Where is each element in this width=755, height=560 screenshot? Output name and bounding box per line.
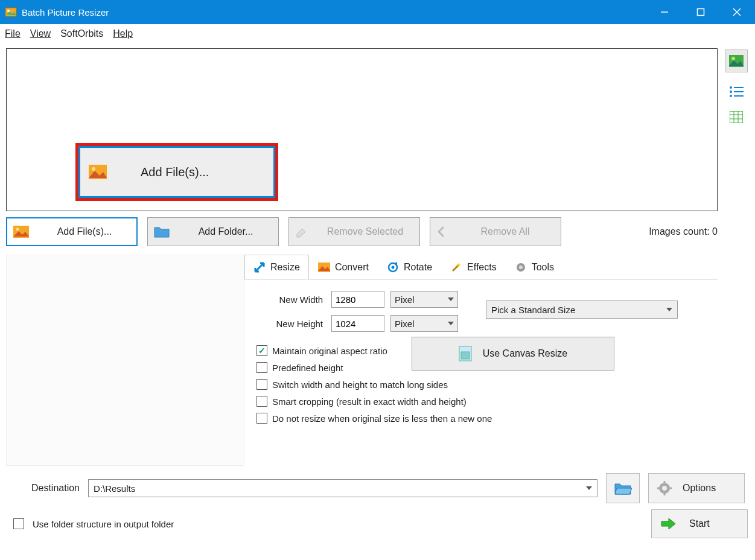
chevron-left-icon bbox=[436, 226, 446, 238]
picture-icon bbox=[318, 261, 330, 273]
folder-icon bbox=[154, 226, 170, 238]
menubar: File View SoftOrbits Help bbox=[0, 24, 755, 43]
rotate-icon bbox=[387, 261, 399, 273]
folder-structure-checkbox[interactable] bbox=[13, 518, 24, 529]
remove-selected-button[interactable]: Remove Selected bbox=[288, 217, 420, 246]
predef-height-checkbox[interactable] bbox=[256, 362, 267, 373]
new-width-label: New Width bbox=[255, 294, 323, 305]
menu-help[interactable]: Help bbox=[113, 28, 133, 39]
svg-point-9 bbox=[16, 228, 19, 231]
left-empty-pane bbox=[6, 255, 244, 466]
tab-resize-label: Resize bbox=[270, 262, 300, 273]
svg-point-21 bbox=[730, 91, 732, 93]
gear-icon bbox=[657, 481, 672, 495]
tab-resize[interactable]: Resize bbox=[244, 255, 309, 279]
tab-effects-label: Effects bbox=[467, 262, 497, 273]
svg-rect-25 bbox=[730, 111, 743, 123]
picture-icon bbox=[13, 226, 29, 238]
svg-point-7 bbox=[92, 167, 95, 171]
canvas-resize-button[interactable]: Use Canvas Resize bbox=[412, 337, 614, 371]
eraser-icon bbox=[295, 226, 307, 238]
switch-wh-label: Switch width and height to match long si… bbox=[272, 380, 448, 390]
tab-tools[interactable]: Tools bbox=[506, 255, 563, 279]
svg-point-18 bbox=[731, 57, 735, 60]
arrow-right-icon bbox=[660, 518, 676, 530]
toolbar: Add File(s)... Add Folder... Remove Sele… bbox=[6, 217, 718, 246]
svg-rect-20 bbox=[734, 87, 744, 88]
titlebar: Batch Picture Resizer bbox=[0, 0, 755, 24]
window-controls bbox=[646, 0, 755, 24]
no-resize-label: Do not resize when original size is less… bbox=[272, 413, 492, 424]
folder-structure-label: Use folder structure in output folder bbox=[33, 519, 174, 529]
app-title: Batch Picture Resizer bbox=[22, 7, 646, 18]
add-file-big-label: Add File(s)... bbox=[141, 165, 209, 179]
start-button[interactable]: Start bbox=[651, 509, 748, 538]
view-mode-column bbox=[725, 48, 748, 466]
close-button[interactable] bbox=[719, 0, 755, 24]
tab-convert-label: Convert bbox=[335, 262, 369, 273]
menu-file[interactable]: File bbox=[5, 28, 21, 39]
destination-label: Destination bbox=[7, 483, 80, 494]
smart-crop-label: Smart cropping (result in exact width an… bbox=[272, 396, 467, 407]
chevron-down-icon bbox=[448, 322, 454, 325]
minimize-button[interactable] bbox=[646, 0, 683, 24]
add-folder-button[interactable]: Add Folder... bbox=[147, 217, 279, 246]
folder-open-icon bbox=[614, 481, 632, 495]
remove-all-button[interactable]: Remove All bbox=[430, 217, 561, 246]
gear-icon bbox=[515, 261, 527, 273]
maximize-button[interactable] bbox=[683, 0, 719, 24]
new-width-input[interactable] bbox=[331, 291, 384, 308]
browse-folder-button[interactable] bbox=[606, 473, 640, 503]
svg-rect-16 bbox=[461, 352, 470, 359]
tab-tools-label: Tools bbox=[532, 262, 554, 273]
picture-icon bbox=[729, 55, 744, 67]
start-label: Start bbox=[689, 518, 710, 529]
standard-size-select[interactable]: Pick a Standard Size bbox=[486, 301, 678, 319]
app-icon bbox=[5, 6, 17, 18]
switch-wh-checkbox[interactable] bbox=[256, 379, 267, 390]
resize-panel: New Width Pixel New Height Pixel bbox=[244, 280, 718, 424]
view-thumb-button[interactable] bbox=[725, 49, 748, 72]
new-height-input[interactable] bbox=[331, 315, 384, 332]
svg-point-1 bbox=[7, 10, 10, 12]
svg-point-31 bbox=[662, 486, 667, 491]
view-grid-button[interactable] bbox=[725, 111, 748, 123]
bottom-row: Use folder structure in output folder St… bbox=[0, 503, 755, 538]
tab-rotate-label: Rotate bbox=[404, 262, 432, 273]
chevron-down-icon bbox=[586, 486, 592, 490]
menu-view[interactable]: View bbox=[30, 28, 51, 39]
picture-icon bbox=[89, 165, 107, 179]
svg-point-12 bbox=[391, 266, 394, 269]
aspect-ratio-label: Maintain original aspect ratio bbox=[272, 346, 387, 356]
options-button[interactable]: Options bbox=[648, 473, 745, 503]
add-file-label: Add File(s)... bbox=[45, 226, 136, 237]
smart-crop-checkbox[interactable] bbox=[256, 396, 267, 407]
menu-softorbits[interactable]: SoftOrbits bbox=[60, 28, 103, 39]
add-file-highlight: Add File(s)... bbox=[75, 143, 278, 201]
svg-rect-22 bbox=[734, 91, 744, 92]
remove-all-label: Remove All bbox=[462, 226, 561, 237]
canvas-icon bbox=[459, 346, 472, 361]
height-unit-select[interactable]: Pixel bbox=[390, 315, 458, 332]
destination-row: Destination D:\Results Options bbox=[0, 473, 755, 503]
tab-rotate[interactable]: Rotate bbox=[378, 255, 441, 279]
destination-input[interactable]: D:\Results bbox=[88, 479, 597, 497]
aspect-ratio-checkbox[interactable] bbox=[256, 345, 267, 356]
predef-height-label: Predefined height bbox=[272, 363, 343, 373]
list-icon bbox=[729, 86, 744, 98]
new-height-label: New Height bbox=[255, 319, 323, 329]
add-file-button[interactable]: Add File(s)... bbox=[6, 217, 138, 246]
view-list-button[interactable] bbox=[725, 86, 748, 98]
svg-rect-24 bbox=[734, 95, 744, 97]
wand-icon bbox=[450, 261, 462, 273]
image-canvas: Add File(s)... bbox=[6, 48, 718, 211]
tab-effects[interactable]: Effects bbox=[441, 255, 506, 279]
width-unit-select[interactable]: Pixel bbox=[390, 291, 458, 308]
chevron-down-icon bbox=[666, 308, 672, 311]
svg-point-14 bbox=[519, 266, 523, 269]
no-resize-checkbox[interactable] bbox=[256, 413, 267, 424]
add-folder-label: Add Folder... bbox=[185, 226, 278, 237]
tab-convert[interactable]: Convert bbox=[309, 255, 378, 279]
add-file-big-button[interactable]: Add File(s)... bbox=[78, 146, 275, 198]
svg-point-19 bbox=[730, 86, 732, 89]
